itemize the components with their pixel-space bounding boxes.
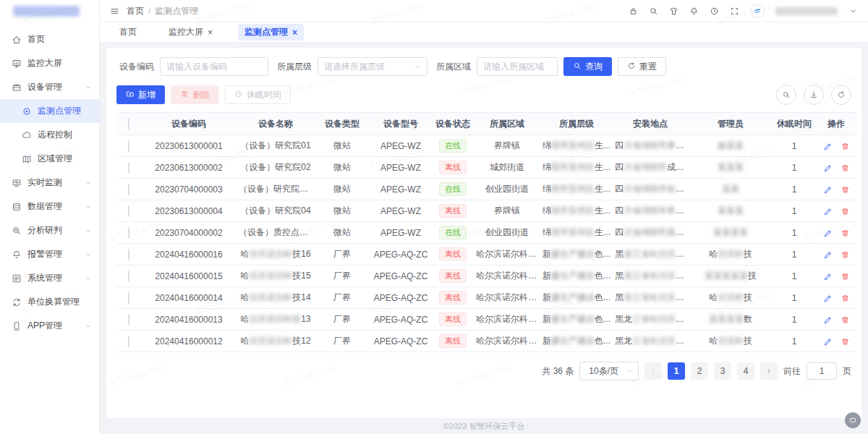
row-checkbox[interactable] bbox=[128, 249, 129, 260]
sidebar-item-alarm-mgmt[interactable]: 报警管理 bbox=[0, 242, 99, 266]
page-button-4[interactable]: 4 bbox=[737, 362, 754, 380]
theme-icon[interactable] bbox=[669, 7, 678, 16]
system-icon bbox=[12, 273, 22, 284]
trash-icon[interactable] bbox=[841, 272, 850, 281]
cell-device-name: 哈尔滨诺尔科技13 bbox=[237, 309, 315, 331]
breadcrumb-home[interactable]: 首页 bbox=[127, 5, 144, 17]
row-checkbox[interactable] bbox=[128, 140, 129, 152]
sidebar-item-device-mgmt[interactable]: 设备管理 bbox=[0, 75, 99, 99]
cell-device-model: APEG-AQ-ZC bbox=[370, 331, 432, 352]
row-checkbox[interactable] bbox=[128, 271, 129, 282]
sidebar-item-home[interactable]: 首页 bbox=[0, 27, 99, 51]
select-all-checkbox[interactable] bbox=[128, 118, 129, 129]
prev-page-button[interactable] bbox=[644, 362, 662, 380]
edit-icon[interactable] bbox=[823, 294, 833, 303]
trash-icon[interactable] bbox=[841, 294, 850, 303]
page-button-2[interactable]: 2 bbox=[691, 362, 708, 380]
cell-text: 尔滨诺尔科 bbox=[249, 249, 292, 259]
edit-icon[interactable] bbox=[823, 272, 833, 281]
hamburger-icon[interactable] bbox=[110, 7, 119, 16]
trash-icon[interactable] bbox=[841, 185, 850, 195]
row-checkbox[interactable] bbox=[128, 205, 129, 217]
cell-device-name: （设备）研究院04 bbox=[237, 200, 315, 222]
reset-button[interactable]: 重置 bbox=[618, 57, 666, 76]
sidebar-item-app-mgmt[interactable]: APP管理 bbox=[0, 314, 99, 338]
sidebar-item-unit-conversion[interactable]: 单位换算管理 bbox=[0, 290, 99, 314]
page-size-select[interactable]: 10条/页 bbox=[579, 362, 639, 380]
sidebar-item-data-mgmt[interactable]: 数据管理 bbox=[0, 195, 99, 218]
bell-icon[interactable] bbox=[689, 7, 699, 16]
row-checkbox[interactable] bbox=[128, 227, 129, 239]
support-float-button[interactable] bbox=[845, 412, 861, 428]
region-input[interactable] bbox=[477, 57, 558, 76]
trash-icon[interactable] bbox=[841, 142, 850, 151]
tab-home[interactable]: 首页 bbox=[113, 24, 143, 41]
cell-region: 哈尔滨诺尔科技有... bbox=[474, 244, 540, 265]
cell-text: 某某某 bbox=[718, 205, 744, 216]
delete-button[interactable]: 删除 bbox=[171, 85, 219, 104]
row-checkbox[interactable] bbox=[128, 336, 129, 347]
edit-icon[interactable] bbox=[823, 315, 833, 325]
close-tab-icon[interactable]: × bbox=[292, 28, 297, 37]
cell-text: 色... bbox=[595, 336, 610, 346]
avatar[interactable] bbox=[750, 4, 765, 18]
row-checkbox[interactable] bbox=[128, 314, 129, 326]
close-tab-icon[interactable]: × bbox=[208, 28, 213, 37]
fullscreen-icon[interactable] bbox=[730, 7, 739, 16]
row-checkbox[interactable] bbox=[128, 162, 129, 174]
add-button[interactable]: 新增 bbox=[116, 85, 165, 104]
cell-text: 阳市安州区 bbox=[551, 162, 595, 172]
edit-icon[interactable] bbox=[823, 250, 833, 260]
row-checkbox[interactable] bbox=[128, 184, 129, 195]
trash-icon[interactable] bbox=[841, 315, 850, 325]
tab-monitor-point[interactable]: 监测点管理× bbox=[238, 24, 304, 41]
sidebar-item-analysis[interactable]: 分析研判 bbox=[0, 218, 99, 242]
sidebar-item-system-mgmt[interactable]: 系统管理 bbox=[0, 266, 99, 290]
search-icon[interactable] bbox=[776, 85, 796, 105]
trash-icon[interactable] bbox=[841, 250, 850, 260]
search-button[interactable]: 查询 bbox=[563, 57, 612, 76]
edit-icon[interactable] bbox=[823, 163, 833, 173]
sidebar-item-big-screen[interactable]: 监控大屏 bbox=[0, 51, 99, 75]
cell-device-code: 20240416000013 bbox=[141, 309, 237, 331]
trash-icon[interactable] bbox=[841, 337, 850, 346]
cell-sleep-time: 1 bbox=[773, 222, 815, 244]
page-button-1[interactable]: 1 bbox=[668, 362, 685, 380]
sidebar-item-realtime-monitor[interactable]: 实时监测 bbox=[0, 171, 99, 195]
row-actions bbox=[823, 250, 850, 260]
trash-icon[interactable] bbox=[841, 229, 850, 238]
cell-text: 哈 bbox=[709, 249, 718, 259]
level-select[interactable]: 请选择所属层级 bbox=[318, 57, 427, 76]
add-button-label: 新增 bbox=[138, 89, 156, 101]
lock-icon[interactable] bbox=[629, 7, 638, 16]
sleep-time-button[interactable]: 休眠时间 bbox=[225, 85, 291, 104]
sidebar-item-monitor-point-mgmt[interactable]: 监测点管理 bbox=[0, 99, 99, 123]
page-button-3[interactable]: 3 bbox=[714, 362, 731, 380]
tab-big-screen[interactable]: 监控大屏× bbox=[162, 24, 219, 41]
sidebar-item-region-mgmt[interactable]: 区域管理 bbox=[0, 147, 99, 171]
cell-text: 尔滨科 bbox=[718, 249, 744, 259]
download-icon[interactable] bbox=[804, 85, 824, 105]
cell-text: 色... bbox=[595, 249, 610, 259]
next-page-button[interactable] bbox=[760, 362, 778, 380]
cell-text: 黑龙 bbox=[615, 314, 632, 324]
clock-icon[interactable] bbox=[710, 7, 719, 16]
edit-icon[interactable] bbox=[823, 207, 833, 216]
row-actions bbox=[823, 294, 850, 303]
search-icon[interactable] bbox=[649, 7, 658, 16]
row-checkbox[interactable] bbox=[128, 292, 129, 304]
cell-manager: 某某某某数 bbox=[688, 309, 773, 331]
edit-icon[interactable] bbox=[823, 185, 833, 195]
edit-icon[interactable] bbox=[823, 337, 833, 346]
trash-icon[interactable] bbox=[841, 163, 850, 173]
trash-icon[interactable] bbox=[841, 207, 850, 216]
edit-icon[interactable] bbox=[823, 229, 833, 238]
edit-icon[interactable] bbox=[823, 142, 833, 151]
chevron-down-icon[interactable] bbox=[848, 7, 858, 16]
device-code-input[interactable] bbox=[160, 57, 268, 76]
cell-device-status: 在线 bbox=[432, 222, 474, 244]
refresh-icon[interactable] bbox=[831, 85, 851, 105]
goto-page-input[interactable] bbox=[807, 362, 837, 380]
cell-region: 创业园街道 bbox=[474, 179, 540, 200]
sidebar-item-remote-control[interactable]: 远程控制 bbox=[0, 123, 99, 147]
